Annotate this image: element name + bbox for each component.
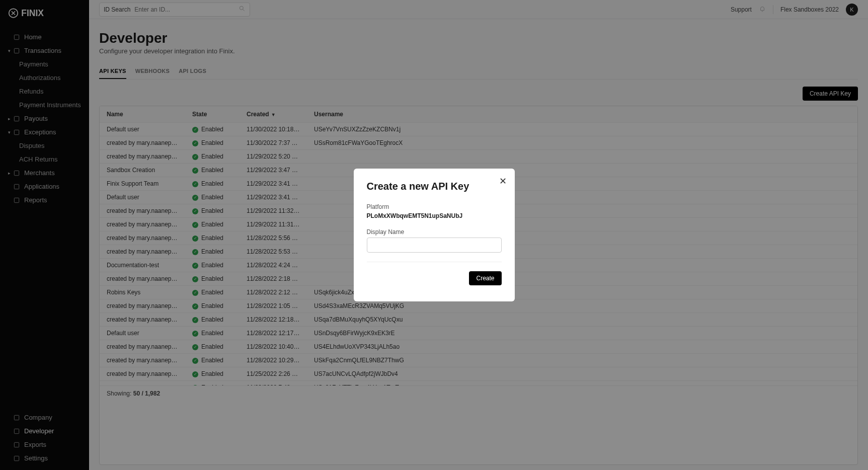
close-icon[interactable]: ✕ (499, 176, 507, 187)
platform-value: PLoMxXWbqwEMT5N1upSaNUbJ (367, 212, 502, 219)
modal-create-button[interactable]: Create (469, 271, 501, 285)
platform-label: Platform (367, 203, 502, 210)
modal-overlay[interactable]: ✕ Create a new API Key Platform PLoMxXWb… (0, 0, 868, 470)
display-name-label: Display Name (367, 228, 502, 236)
modal-title: Create a new API Key (367, 181, 502, 192)
create-api-key-modal: ✕ Create a new API Key Platform PLoMxXWb… (354, 169, 515, 301)
display-name-input[interactable] (367, 238, 502, 253)
modal-divider (367, 262, 502, 262)
